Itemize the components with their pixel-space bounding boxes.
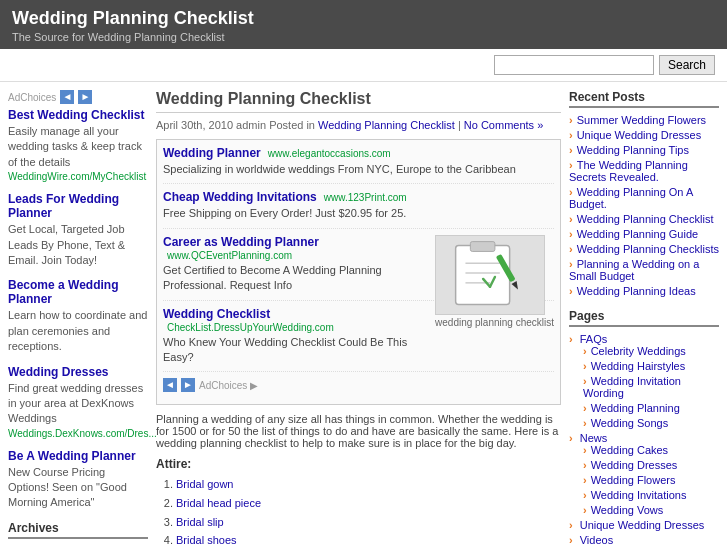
ad-choices-bottom: ◄ ► AdChoices ▶ (163, 378, 554, 392)
list-item: Wedding Cakes (583, 444, 719, 456)
svg-rect-2 (470, 241, 495, 251)
recent-post-link[interactable]: Wedding Planning Tips (577, 144, 689, 156)
attire-section: Attire: Bridal gown Bridal head piece Br… (156, 457, 561, 545)
main-ad-3-title[interactable]: Career as Wedding Planner (163, 235, 319, 249)
main-ad-4-title[interactable]: Wedding Checklist (163, 307, 270, 321)
pages-videos-link[interactable]: Videos (580, 534, 613, 545)
ad-bottom-prev-button[interactable]: ◄ (163, 378, 177, 392)
main-ad-4-desc: Who Knew Your Wedding Checklist Could Be… (163, 335, 554, 366)
sidebar-ad-5-desc: New Course Pricing Options! Seen on "Goo… (8, 465, 148, 511)
list-item: Summer Wedding Flowers (569, 114, 719, 126)
pages-unique-dresses: Unique Wedding Dresses (569, 519, 719, 531)
search-button[interactable]: Search (659, 55, 715, 75)
recent-post-link[interactable]: The Wedding Planning Secrets Revealed. (569, 159, 688, 183)
sidebar-ad-5-title[interactable]: Be A Wedding Planner (8, 449, 148, 463)
main-ad-2-desc: Free Shipping on Every Order! Just $20.9… (163, 206, 554, 221)
ad-next-button[interactable]: ► (78, 90, 92, 104)
pages-section: Pages FAQs Celebrity Weddings Wedding Ha… (569, 309, 719, 545)
list-item: Celebrity Weddings (583, 345, 719, 357)
pages-videos: Videos Funny Wedding Videos Unique Weddi… (569, 534, 719, 545)
recent-post-link[interactable]: Planning a Wedding on a Small Budget (569, 258, 699, 282)
sidebar-ad-2-title[interactable]: Leads For Wedding Planner (8, 192, 148, 220)
sidebar-ad-3: Become a Wedding Planner Learn how to co… (8, 278, 148, 354)
post-comments-link[interactable]: No Comments » (464, 119, 543, 131)
main-ad-1-title[interactable]: Wedding Planner (163, 146, 261, 160)
ad-choices-bar: AdChoices ◄ ► (8, 90, 148, 104)
list-item: Wedding Songs (583, 417, 719, 429)
main-ad-3-url: www.QCEventPlanning.com (167, 250, 292, 261)
sidebar-ad-3-title[interactable]: Become a Wedding Planner (8, 278, 148, 306)
left-sidebar: AdChoices ◄ ► Best Wedding Checklist Eas… (8, 90, 148, 545)
faqs-sub-list: Celebrity Weddings Wedding Hairstyles We… (569, 345, 719, 429)
recent-posts-heading: Recent Posts (569, 90, 719, 108)
list-item: Wedding Hairstyles (583, 360, 719, 372)
sidebar-ad-1-url: WeddingWire.com/MyChecklist (8, 171, 146, 182)
sidebar-ad-4-url: Weddings.DexKnows.com/Dres... (8, 428, 157, 439)
image-caption: wedding planning checklist (435, 317, 554, 328)
ad-bottom-next-button[interactable]: ► (181, 378, 195, 392)
list-item: Wedding Invitation Wording (583, 375, 719, 399)
post-intro: Planning a wedding of any size all has t… (156, 413, 561, 449)
checklist-image-area: wedding planning checklist (435, 235, 554, 328)
sidebar-ad-1-title[interactable]: Best Wedding Checklist (8, 108, 148, 122)
list-item: Bridal gown (176, 475, 561, 494)
list-item: Wedding Flowers (583, 474, 719, 486)
recent-post-link[interactable]: Unique Wedding Dresses (577, 129, 702, 141)
sidebar-ad-4-desc: Find great wedding dresses in your area … (8, 381, 148, 427)
pages-news-link[interactable]: News (580, 432, 608, 444)
sidebar-ad-2-desc: Get Local, Targeted Job Leads By Phone, … (8, 222, 148, 268)
post-meta: April 30th, 2010 admin Posted in Wedding… (156, 119, 561, 131)
list-item: Bridal shoes (176, 531, 561, 545)
search-bar: Search (0, 49, 727, 82)
search-input[interactable] (494, 55, 654, 75)
list-item: Wedding Planning Checklists (569, 243, 719, 255)
sidebar-ad-1: Best Wedding Checklist Easily manage all… (8, 108, 148, 182)
post-category-link[interactable]: Wedding Planning Checklist (318, 119, 455, 131)
news-sub-list: Wedding Cakes Wedding Dresses Wedding Fl… (569, 444, 719, 516)
attire-heading: Attire: (156, 457, 561, 471)
list-item: Wedding Planning Tips (569, 144, 719, 156)
pages-faqs-link[interactable]: FAQs (580, 333, 608, 345)
main-ad-1-url: www.elegantoccasions.com (268, 148, 391, 159)
list-item: Wedding Invitations (583, 489, 719, 501)
pages-heading: Pages (569, 309, 719, 327)
sidebar-ad-5: Be A Wedding Planner New Course Pricing … (8, 449, 148, 511)
recent-post-link[interactable]: Wedding Planning Checklists (577, 243, 719, 255)
attire-list: Bridal gown Bridal head piece Bridal sli… (156, 475, 561, 545)
checklist-image (435, 235, 545, 315)
recent-posts-list: Summer Wedding Flowers Unique Wedding Dr… (569, 114, 719, 297)
recent-post-link[interactable]: Wedding Planning Checklist (577, 213, 714, 225)
pages-unique-dresses-link[interactable]: Unique Wedding Dresses (580, 519, 705, 531)
ad-choices-label: AdChoices (8, 92, 56, 103)
pages-news: News Wedding Cakes Wedding Dresses Weddi… (569, 432, 719, 516)
main-ad-4-url: CheckList.DressUpYourWedding.com (167, 322, 334, 333)
ad-prev-button[interactable]: ◄ (60, 90, 74, 104)
recent-post-link[interactable]: Wedding Planning Guide (577, 228, 699, 240)
list-item: Wedding Planning On A Budget. (569, 186, 719, 210)
list-item: Bridal head piece (176, 494, 561, 513)
post-date-author: April 30th, 2010 admin Posted in (156, 119, 315, 131)
archives-heading: Archives (8, 521, 148, 539)
sidebar-ad-4-title[interactable]: Wedding Dresses (8, 365, 148, 379)
list-item: Wedding Planning Guide (569, 228, 719, 240)
main-ad-2-url: www.123Print.com (324, 192, 407, 203)
list-item: Wedding Dresses (583, 459, 719, 471)
sidebar-ad-1-desc: Easily manage all your wedding tasks & k… (8, 124, 148, 170)
site-title: Wedding Planning Checklist (12, 8, 715, 29)
main-ad-block: Wedding Planner www.elegantoccasions.com… (156, 139, 561, 405)
sidebar-ad-2: Leads For Wedding Planner Get Local, Tar… (8, 192, 148, 268)
main-ad-2-title[interactable]: Cheap Wedding Invitations (163, 190, 317, 204)
recent-post-link[interactable]: Wedding Planning Ideas (577, 285, 696, 297)
post-title: Wedding Planning Checklist (156, 90, 561, 113)
main-ad-1-desc: Specializing in worldwide weddings From … (163, 162, 554, 177)
site-header: Wedding Planning Checklist The Source fo… (0, 0, 727, 49)
archives-section: Archives ▼ (8, 521, 148, 545)
list-item: Wedding Planning Checklist (569, 213, 719, 225)
list-item: Unique Wedding Dresses (569, 129, 719, 141)
recent-post-link[interactable]: Wedding Planning On A Budget. (569, 186, 693, 210)
right-sidebar: Recent Posts Summer Wedding Flowers Uniq… (569, 90, 719, 545)
list-item: Planning a Wedding on a Small Budget (569, 258, 719, 282)
recent-post-link[interactable]: Summer Wedding Flowers (577, 114, 706, 126)
site-subtitle: The Source for Wedding Planning Checklis… (12, 31, 715, 43)
recent-posts-section: Recent Posts Summer Wedding Flowers Uniq… (569, 90, 719, 297)
